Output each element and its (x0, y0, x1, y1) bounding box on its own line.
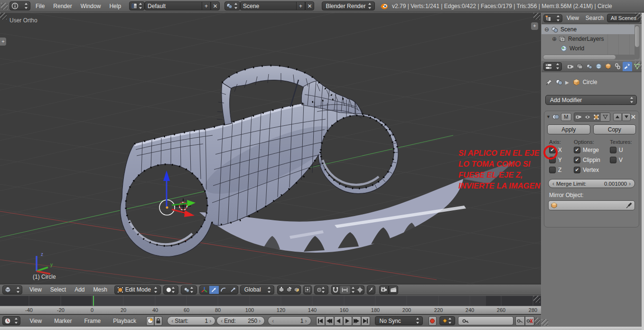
tab-world[interactable] (594, 62, 603, 71)
timeline-scrubber[interactable]: -40 -20 0 20 40 60 80 100 120 140 160 18… (0, 306, 541, 314)
timeline-corner-grip[interactable] (533, 296, 540, 302)
editor-type-3dview-button[interactable] (2, 285, 22, 294)
rotate-manipulator-button[interactable] (219, 286, 228, 294)
modifier-viewport-toggle[interactable] (583, 113, 592, 121)
modifier-editmode-toggle[interactable] (592, 113, 601, 121)
apply-modifier-button[interactable]: Apply (547, 124, 590, 134)
tab-constraints[interactable] (613, 62, 622, 71)
scale-manipulator-button[interactable] (228, 286, 238, 294)
current-frame-indicator[interactable] (93, 296, 94, 306)
object-breadcrumb-icon[interactable] (555, 79, 563, 85)
menu-render[interactable]: Render (49, 3, 76, 9)
panel-collapse-icon[interactable]: ▼ (546, 114, 551, 119)
editor-type-properties-button[interactable] (543, 62, 562, 71)
screen-layout-icon-button[interactable] (129, 1, 145, 10)
vertex-groups-row[interactable]: Vertex (574, 167, 610, 173)
insert-keyframe-button[interactable] (515, 316, 525, 326)
tab-modifiers[interactable] (623, 62, 632, 71)
expand-icon[interactable]: ⊕ (552, 36, 557, 42)
lock-button[interactable] (154, 316, 162, 326)
menu-file[interactable]: File (31, 3, 49, 9)
tab-object[interactable] (604, 62, 613, 71)
outliner-menu-view[interactable]: View (563, 15, 582, 21)
pivot-dropdown[interactable] (181, 285, 197, 294)
header-resize-grip[interactable] (1, 3, 8, 9)
scrollbar-thumb[interactable] (635, 26, 639, 47)
move-modifier-up-button[interactable] (613, 113, 622, 121)
menu-help[interactable]: Help (105, 3, 125, 9)
manipulator-toggle-button[interactable] (200, 286, 209, 294)
merge-checkbox[interactable] (574, 147, 580, 153)
next-keyframe-button[interactable] (352, 316, 361, 326)
menu-tl-view[interactable]: View (23, 318, 48, 324)
sync-dropdown[interactable]: No Sync (375, 316, 423, 325)
current-frame-field[interactable]: ‹1› (268, 316, 311, 325)
viewport-shading-dropdown[interactable] (163, 285, 178, 294)
jump-to-end-button[interactable] (361, 316, 370, 326)
scene-icon-button[interactable] (224, 1, 240, 10)
menu-mesh[interactable]: Mesh (89, 286, 112, 293)
add-modifier-dropdown[interactable]: Add Modifier (545, 95, 637, 105)
render-engine-dropdown[interactable]: Blender Render (322, 1, 375, 10)
properties-corner-grip-bottom[interactable] (541, 319, 548, 326)
eyedropper-icon[interactable] (626, 202, 632, 208)
face-select-button[interactable] (293, 286, 300, 294)
menu-view[interactable]: View (25, 286, 46, 293)
texture-v-row[interactable]: V (610, 157, 623, 163)
texture-u-row[interactable]: U (610, 147, 623, 153)
menu-add[interactable]: Add (70, 286, 89, 293)
play-reverse-button[interactable] (334, 316, 343, 326)
opengl-anim-button[interactable] (389, 285, 398, 294)
menu-marker[interactable]: Marker (48, 318, 78, 324)
menu-playback[interactable]: Playback (107, 318, 142, 324)
texture-v-checkbox[interactable] (610, 157, 616, 163)
orientation-dropdown[interactable]: Global (240, 285, 274, 294)
outliner-item-label[interactable]: Scene (560, 26, 577, 33)
delete-layout-button[interactable]: ✕ (211, 1, 220, 10)
editor-type-outliner-button[interactable] (543, 14, 562, 22)
outliner-row-scene[interactable]: ⊖ Scene (541, 25, 635, 34)
outliner-menu-search[interactable]: Search (582, 15, 607, 21)
keying-set-dropdown[interactable] (439, 316, 455, 325)
pin-icon[interactable] (545, 79, 552, 86)
add-layout-button[interactable]: + (202, 1, 211, 10)
toolshelf-expand-tab[interactable]: + (0, 38, 6, 46)
scene-name-field[interactable]: Scene (240, 1, 296, 10)
outliner-hscrollbar[interactable] (543, 55, 636, 60)
snap-element-button[interactable] (340, 286, 350, 294)
modifier-render-toggle[interactable] (574, 113, 583, 121)
tab-render[interactable] (566, 62, 575, 71)
start-frame-field[interactable]: ‹Start:1› (167, 316, 215, 325)
outliner-row-renderlayers[interactable]: ⊕ RenderLayers (541, 34, 635, 44)
3d-viewport[interactable]: User Ortho (1) Circle z y SI APLICO EN E… (0, 13, 541, 284)
prev-keyframe-button[interactable] (325, 316, 334, 326)
outliner-vscrollbar[interactable] (635, 25, 640, 59)
merge-limit-slider[interactable]: ‹ Merge Limit: 0.001000 › (548, 179, 635, 188)
snap-magnet-icon[interactable] (333, 287, 338, 293)
add-scene-button[interactable]: + (296, 1, 305, 10)
tab-render-layers[interactable] (575, 62, 584, 71)
properties-corner-grip[interactable] (635, 62, 642, 68)
modifier-name-field[interactable]: M (561, 113, 571, 121)
end-frame-field[interactable]: ‹End:250› (216, 316, 265, 325)
outliner-corner-grip[interactable] (635, 13, 642, 19)
outliner-item-label[interactable]: RenderLayers (568, 36, 604, 42)
move-modifier-down-button[interactable] (622, 113, 631, 121)
autokey-record-button[interactable] (429, 316, 437, 326)
snap-target-icon[interactable] (357, 287, 363, 293)
active-keying-set-field[interactable] (458, 316, 513, 325)
edge-select-button[interactable] (285, 286, 293, 294)
delete-keyframe-button[interactable] (525, 316, 534, 326)
merge-row[interactable]: Merge (574, 147, 610, 153)
proportional-edit-dropdown[interactable] (314, 285, 328, 294)
modifier-cage-toggle[interactable] (601, 113, 610, 121)
collapse-icon[interactable]: ⊖ (544, 26, 549, 33)
mirror-object-field[interactable] (548, 200, 635, 210)
texture-u-checkbox[interactable] (610, 147, 616, 153)
screen-layout-name-field[interactable]: Default (145, 1, 202, 10)
mode-dropdown[interactable]: Edit Mode (114, 285, 161, 294)
viewport-corner-grip-right[interactable] (533, 13, 540, 19)
play-button[interactable] (343, 316, 352, 326)
clipping-row[interactable]: Clippin (574, 157, 610, 163)
menu-select[interactable]: Select (46, 286, 70, 293)
